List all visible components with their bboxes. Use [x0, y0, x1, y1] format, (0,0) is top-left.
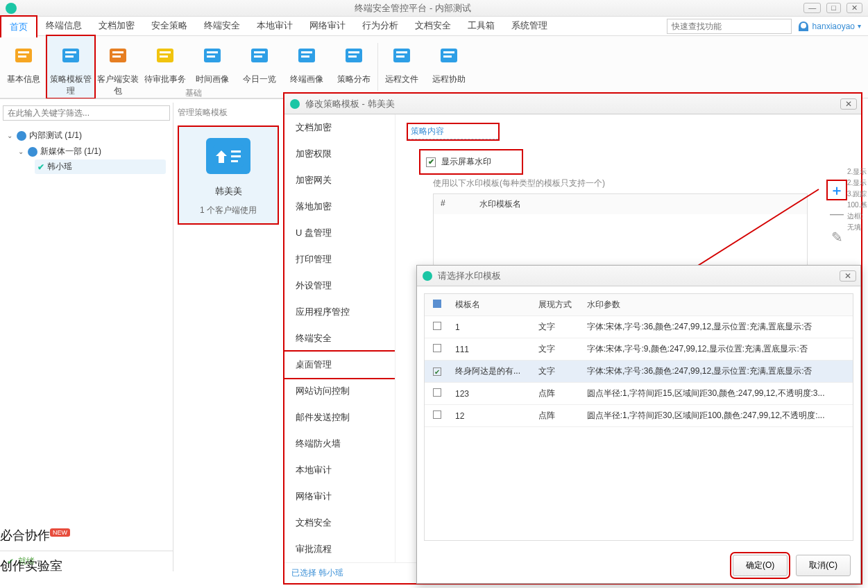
edit-watermark-button[interactable]: ✎ — [828, 228, 846, 246]
chevron-down-icon: ▾ — [858, 22, 861, 30]
row-checkbox[interactable]: ✔ — [433, 368, 441, 376]
svg-rect-25 — [396, 51, 407, 53]
row-checkbox[interactable] — [433, 410, 441, 419]
svg-rect-2 — [18, 55, 26, 58]
section-title: 策略内容 — [408, 124, 498, 139]
category-item[interactable]: 打印管理 — [284, 246, 395, 273]
table-row[interactable]: 1文字字体:宋体,字号:36,颜色:247,99,12,显示位置:充满,置底显示… — [425, 316, 853, 338]
category-item[interactable]: 加密网关 — [284, 167, 395, 193]
category-item[interactable]: 文档加密 — [284, 114, 395, 141]
menu-tab-1[interactable]: 终端信息 — [37, 15, 90, 37]
dialog2-titlebar[interactable]: 请选择水印模板 ✕ — [417, 266, 860, 286]
minimize-button[interactable]: — — [803, 3, 821, 13]
cell-mode: 文字 — [533, 316, 581, 338]
category-item[interactable]: 终端防火墙 — [284, 431, 395, 457]
menu-tab-3[interactable]: 安全策略 — [143, 15, 196, 37]
col-check[interactable] — [425, 294, 450, 316]
category-item[interactable]: 网络审计 — [284, 483, 395, 510]
svg-rect-26 — [396, 55, 405, 58]
tree-root-label: 内部测试 (1/1) — [29, 130, 82, 141]
watermark-select-table: 模板名 展现方式 水印参数 1文字字体:宋体,字号:36,颜色:247,99,1… — [425, 294, 853, 427]
menu-tab-0[interactable]: 首页 — [0, 15, 37, 37]
template-card-icon — [206, 138, 250, 174]
maximize-button[interactable]: □ — [826, 3, 841, 13]
category-item[interactable]: 邮件发送控制 — [284, 404, 395, 431]
col-mode[interactable]: 展现方式 — [533, 294, 581, 316]
tree-leaf-selected[interactable]: ✔ 韩小瑶 — [35, 159, 166, 174]
tree-toggle-icon[interactable]: ⌄ — [7, 132, 14, 139]
menu-tab-10[interactable]: 系统管理 — [503, 15, 556, 37]
tree-toggle-icon[interactable]: ⌄ — [18, 148, 25, 155]
category-item[interactable]: 桌面管理 — [284, 352, 395, 378]
row-checkbox[interactable] — [433, 322, 441, 330]
row-checkbox[interactable] — [433, 388, 441, 397]
close-button[interactable]: ✕ — [846, 3, 862, 13]
category-item[interactable]: 外设管理 — [284, 273, 395, 299]
cell-mode: 点阵 — [533, 405, 581, 427]
show-watermark-checkbox[interactable]: ✔ 显示屏幕水印 — [420, 150, 522, 173]
menu-tab-8[interactable]: 文档安全 — [407, 15, 459, 37]
cancel-button[interactable]: 取消(C) — [796, 555, 851, 576]
cell-params: 字体:宋体,字号:9,颜色:247,99,12,显示位置:充满,置底显示:否 — [581, 338, 853, 361]
table-row[interactable]: 123点阵圆点半径:1,字符间距15,区域间距30,颜色:247,99,12,不… — [425, 383, 853, 405]
add-watermark-button[interactable]: ＋ — [828, 181, 846, 199]
menu-tab-5[interactable]: 本地审计 — [248, 15, 301, 37]
watermark-hint: 使用以下水印模板(每种类型的模板只支持一个) — [433, 178, 849, 189]
global-search-input[interactable] — [667, 19, 792, 34]
svg-rect-33 — [231, 160, 238, 162]
user-menu[interactable]: hanxiaoyao ▾ — [799, 21, 861, 31]
svg-rect-17 — [254, 55, 262, 58]
ribbon-icon — [105, 43, 130, 68]
category-item[interactable]: 加密权限 — [284, 141, 395, 167]
table-row[interactable]: 12点阵圆点半径:1,字符间距30,区域间距100,颜色:247,99,12,不… — [425, 405, 853, 427]
menu-tab-9[interactable]: 工具箱 — [459, 15, 503, 37]
ribbon-9[interactable]: 远程协助 — [425, 36, 473, 98]
row-checkbox[interactable] — [433, 344, 441, 352]
menu-tab-2[interactable]: 文档加密 — [90, 15, 143, 37]
table-row[interactable]: 111文字字体:宋体,字号:9,颜色:247,99,12,显示位置:充满,置底显… — [425, 338, 853, 361]
dialog-icon — [290, 99, 300, 109]
menu-tab-4[interactable]: 终端安全 — [196, 15, 248, 37]
checkbox-label: 显示屏幕水印 — [441, 156, 491, 168]
new-badge: NEW — [50, 528, 70, 537]
dialog-close-button[interactable]: ✕ — [840, 98, 857, 110]
svg-rect-22 — [348, 51, 359, 53]
category-item[interactable]: 网站访问控制 — [284, 378, 395, 404]
tree-child[interactable]: ⌄ 新媒体一部 (1/1) — [18, 144, 166, 159]
col-params[interactable]: 水印参数 — [581, 294, 853, 316]
cell-name: 123 — [450, 383, 533, 405]
cell-name: 终身阿达是的有... — [450, 361, 533, 383]
table-row[interactable]: ✔终身阿达是的有...文字字体:宋体,字号:36,颜色:247,99,12,显示… — [425, 361, 853, 383]
check-icon: ✔ — [37, 162, 44, 172]
tree-root[interactable]: ⌄ 内部测试 (1/1) — [7, 128, 166, 144]
ribbon-label: 策略分布 — [330, 74, 377, 85]
app-logo — [6, 3, 17, 14]
ok-button[interactable]: 确定(O) — [733, 555, 788, 576]
cell-mode: 文字 — [533, 361, 581, 383]
category-item[interactable]: 落地加密 — [284, 193, 395, 220]
category-item[interactable]: 审批流程 — [284, 536, 395, 562]
svg-rect-14 — [207, 55, 215, 58]
category-item[interactable]: 本地审计 — [284, 457, 395, 483]
cell-params: 圆点半径:1,字符间距15,区域间距30,颜色:247,99,12,不透明度:3… — [581, 383, 853, 405]
tree-filter-input[interactable] — [3, 105, 170, 121]
menu-tab-6[interactable]: 网络审计 — [301, 15, 354, 37]
category-item[interactable]: 文档安全 — [284, 510, 395, 536]
category-item[interactable]: 应用程序管控 — [284, 299, 395, 325]
template-card[interactable]: 韩美美 1 个客户端使用 — [178, 126, 279, 225]
cell-mode: 文字 — [533, 338, 581, 361]
remove-watermark-button[interactable]: — — [828, 205, 846, 223]
dialog2-close-button[interactable]: ✕ — [840, 270, 856, 282]
svg-rect-8 — [112, 55, 121, 58]
user-name: hanxiaoyao — [812, 21, 855, 31]
svg-rect-10 — [160, 51, 171, 53]
col-template-name: 水印模板名 — [479, 198, 521, 210]
col-name[interactable]: 模板名 — [450, 294, 533, 316]
category-item[interactable]: U 盘管理 — [284, 220, 395, 246]
ribbon-icon — [294, 43, 319, 68]
menu-tab-7[interactable]: 行为分析 — [354, 15, 407, 37]
category-item[interactable]: 终端安全 — [284, 325, 395, 352]
dialog-titlebar[interactable]: 修改策略模板 - 韩美美 ✕ — [284, 94, 861, 114]
svg-rect-4 — [65, 51, 76, 53]
svg-rect-31 — [231, 150, 241, 153]
